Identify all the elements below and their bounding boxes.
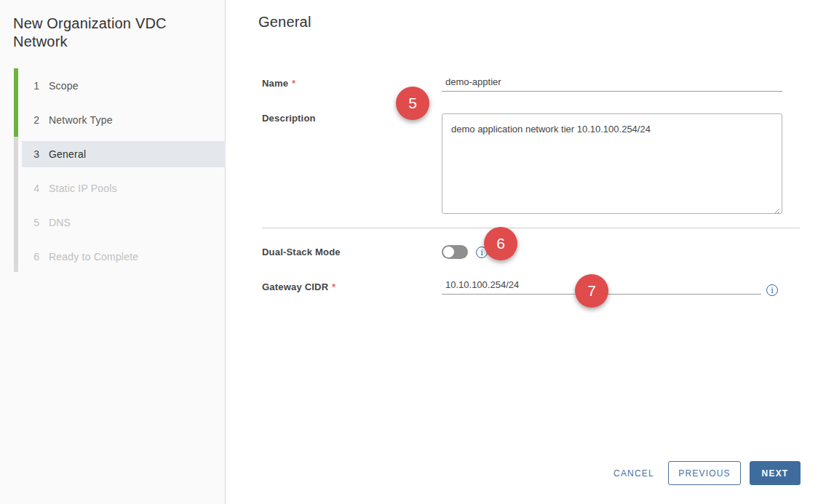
step-number: 1 xyxy=(32,80,39,92)
wizard-step-inner: 3General xyxy=(22,141,226,167)
annotation-badge-5: 5 xyxy=(396,87,429,120)
previous-button[interactable]: PREVIOUS xyxy=(668,461,741,485)
step-label: Static IP Pools xyxy=(49,183,117,194)
wizard-title: New Organization VDC Network xyxy=(13,15,215,51)
gateway-cidr-label: Gateway CIDR* xyxy=(262,281,335,292)
required-asterisk: * xyxy=(292,79,295,89)
wizard-step-inner: 1Scope xyxy=(22,73,226,99)
cancel-button[interactable]: CANCEL xyxy=(608,461,659,485)
new-org-vdc-network-wizard: New Organization VDC Network 1Scope2Netw… xyxy=(0,0,834,504)
description-textarea[interactable]: demo application network tier 10.10.100.… xyxy=(442,113,782,214)
description-label: Description xyxy=(262,113,316,124)
step-label: Scope xyxy=(49,80,79,92)
step-number: 4 xyxy=(32,183,39,194)
wizard-step-ready-to-complete[interactable]: 6Ready to Complete xyxy=(22,239,226,273)
step-label: Network Type xyxy=(49,114,113,126)
step-number: 2 xyxy=(32,114,39,126)
step-number: 6 xyxy=(32,251,39,263)
step-label: DNS xyxy=(49,217,71,228)
name-label: Name* xyxy=(262,78,295,89)
dual-stack-toggle[interactable] xyxy=(442,245,468,259)
section-divider xyxy=(262,228,800,228)
progress-bar-completed xyxy=(14,68,18,137)
wizard-step-scope[interactable]: 1Scope xyxy=(22,68,226,103)
wizard-step-list: 1Scope2Network Type3General4Static IP Po… xyxy=(22,68,226,273)
wizard-step-inner: 6Ready to Complete xyxy=(22,244,226,270)
wizard-sidebar: New Organization VDC Network 1Scope2Netw… xyxy=(0,0,226,504)
annotation-badge-6: 6 xyxy=(484,227,517,260)
required-asterisk: * xyxy=(332,282,335,292)
annotation-badge-7: 7 xyxy=(575,274,608,308)
textarea-resize-handle-icon[interactable] xyxy=(773,204,780,212)
wizard-step-inner: 2Network Type xyxy=(22,107,226,133)
wizard-step-static-ip-pools[interactable]: 4Static IP Pools xyxy=(22,171,226,205)
gateway-cidr-label-text: Gateway CIDR xyxy=(262,281,328,292)
step-number: 5 xyxy=(32,217,39,228)
toggle-knob-icon xyxy=(443,247,454,257)
wizard-step-inner: 5DNS xyxy=(22,209,226,236)
next-button[interactable]: NEXT xyxy=(750,461,801,485)
page-title: General xyxy=(258,14,311,31)
name-input[interactable] xyxy=(442,75,782,92)
wizard-step-inner: 4Static IP Pools xyxy=(22,175,226,201)
step-label: General xyxy=(49,148,86,160)
description-field-container: demo application network tier 10.10.100.… xyxy=(442,113,782,214)
wizard-step-dns[interactable]: 5DNS xyxy=(22,205,226,239)
progress-bar-remaining xyxy=(14,137,18,272)
dual-stack-label: Dual-Stack Mode xyxy=(262,247,341,257)
wizard-step-general[interactable]: 3General xyxy=(22,137,226,171)
gateway-cidr-info-icon[interactable] xyxy=(766,284,778,296)
wizard-step-network-type[interactable]: 2Network Type xyxy=(22,103,226,137)
step-number: 3 xyxy=(32,148,39,160)
name-label-text: Name xyxy=(262,78,288,89)
step-label: Ready to Complete xyxy=(49,251,138,263)
